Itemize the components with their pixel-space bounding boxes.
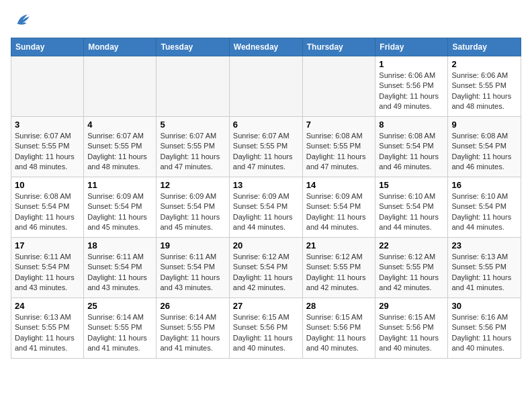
day-info: Sunrise: 6:14 AM Sunset: 5:55 PM Dayligh…	[160, 312, 225, 354]
calendar-cell: 28Sunrise: 6:15 AM Sunset: 5:56 PM Dayli…	[302, 298, 375, 359]
calendar-cell: 3Sunrise: 6:07 AM Sunset: 5:55 PM Daylig…	[11, 117, 84, 177]
day-info: Sunrise: 6:07 AM Sunset: 5:55 PM Dayligh…	[233, 131, 299, 173]
calendar-cell: 7Sunrise: 6:08 AM Sunset: 5:55 PM Daylig…	[302, 117, 375, 177]
day-info: Sunrise: 6:11 AM Sunset: 5:54 PM Dayligh…	[87, 252, 152, 293]
weekday-header: Tuesday	[157, 38, 229, 56]
weekday-header: Monday	[84, 38, 157, 56]
calendar-cell: 18Sunrise: 6:11 AM Sunset: 5:54 PM Dayli…	[84, 238, 157, 298]
day-number: 21	[306, 240, 372, 250]
calendar-cell: 11Sunrise: 6:09 AM Sunset: 5:54 PM Dayli…	[84, 177, 157, 238]
calendar-cell: 22Sunrise: 6:12 AM Sunset: 5:55 PM Dayli…	[375, 238, 448, 298]
day-number: 30	[451, 301, 517, 311]
calendar-cell	[157, 56, 229, 117]
day-number: 18	[87, 240, 152, 250]
day-info: Sunrise: 6:16 AM Sunset: 5:56 PM Dayligh…	[451, 312, 517, 354]
day-number: 12	[160, 180, 225, 190]
calendar-cell	[302, 56, 375, 117]
day-info: Sunrise: 6:11 AM Sunset: 5:54 PM Dayligh…	[15, 252, 80, 293]
day-info: Sunrise: 6:10 AM Sunset: 5:54 PM Dayligh…	[379, 191, 444, 233]
page-header	[11, 11, 521, 30]
day-number: 16	[451, 180, 517, 190]
day-info: Sunrise: 6:09 AM Sunset: 5:54 PM Dayligh…	[87, 191, 152, 233]
calendar-week: 3Sunrise: 6:07 AM Sunset: 5:55 PM Daylig…	[11, 117, 521, 177]
day-number: 28	[306, 301, 372, 311]
weekday-header: Thursday	[302, 38, 375, 56]
day-info: Sunrise: 6:15 AM Sunset: 5:56 PM Dayligh…	[233, 312, 299, 354]
calendar-week: 24Sunrise: 6:13 AM Sunset: 5:55 PM Dayli…	[11, 298, 521, 359]
calendar-cell: 6Sunrise: 6:07 AM Sunset: 5:55 PM Daylig…	[229, 117, 302, 177]
calendar-cell: 26Sunrise: 6:14 AM Sunset: 5:55 PM Dayli…	[157, 298, 229, 359]
calendar-cell: 8Sunrise: 6:08 AM Sunset: 5:54 PM Daylig…	[375, 117, 448, 177]
calendar-cell: 2Sunrise: 6:06 AM Sunset: 5:55 PM Daylig…	[448, 56, 521, 117]
day-info: Sunrise: 6:10 AM Sunset: 5:54 PM Dayligh…	[451, 191, 517, 233]
day-number: 5	[160, 120, 225, 130]
day-number: 4	[87, 120, 152, 130]
logo	[11, 11, 32, 30]
calendar-cell: 24Sunrise: 6:13 AM Sunset: 5:55 PM Dayli…	[11, 298, 84, 359]
day-info: Sunrise: 6:08 AM Sunset: 5:54 PM Dayligh…	[451, 131, 517, 173]
day-number: 11	[87, 180, 152, 190]
weekday-row: SundayMondayTuesdayWednesdayThursdayFrid…	[11, 38, 521, 56]
day-number: 29	[379, 301, 444, 311]
calendar-cell: 20Sunrise: 6:12 AM Sunset: 5:54 PM Dayli…	[229, 238, 302, 298]
day-number: 13	[233, 180, 299, 190]
day-number: 25	[87, 301, 152, 311]
day-number: 20	[233, 240, 299, 250]
day-info: Sunrise: 6:09 AM Sunset: 5:54 PM Dayligh…	[233, 191, 299, 233]
weekday-header: Wednesday	[229, 38, 302, 56]
day-info: Sunrise: 6:09 AM Sunset: 5:54 PM Dayligh…	[160, 191, 225, 233]
calendar-cell: 10Sunrise: 6:08 AM Sunset: 5:54 PM Dayli…	[11, 177, 84, 238]
day-info: Sunrise: 6:12 AM Sunset: 5:54 PM Dayligh…	[233, 252, 299, 293]
calendar-cell	[11, 56, 84, 117]
day-info: Sunrise: 6:15 AM Sunset: 5:56 PM Dayligh…	[306, 312, 372, 354]
day-info: Sunrise: 6:06 AM Sunset: 5:55 PM Dayligh…	[451, 71, 517, 112]
day-number: 22	[379, 240, 444, 250]
day-number: 7	[306, 120, 372, 130]
day-number: 26	[160, 301, 225, 311]
calendar-cell: 25Sunrise: 6:14 AM Sunset: 5:55 PM Dayli…	[84, 298, 157, 359]
day-number: 14	[306, 180, 372, 190]
day-number: 23	[451, 240, 517, 250]
day-number: 9	[451, 120, 517, 130]
calendar-table: SundayMondayTuesdayWednesdayThursdayFrid…	[11, 38, 521, 359]
day-info: Sunrise: 6:08 AM Sunset: 5:54 PM Dayligh…	[15, 191, 80, 233]
day-number: 10	[15, 180, 80, 190]
calendar-cell: 12Sunrise: 6:09 AM Sunset: 5:54 PM Dayli…	[157, 177, 229, 238]
calendar-cell: 14Sunrise: 6:09 AM Sunset: 5:54 PM Dayli…	[302, 177, 375, 238]
day-number: 6	[233, 120, 299, 130]
calendar-cell	[84, 56, 157, 117]
day-number: 24	[15, 301, 80, 311]
calendar-cell: 9Sunrise: 6:08 AM Sunset: 5:54 PM Daylig…	[448, 117, 521, 177]
calendar-cell: 1Sunrise: 6:06 AM Sunset: 5:56 PM Daylig…	[375, 56, 448, 117]
day-info: Sunrise: 6:13 AM Sunset: 5:55 PM Dayligh…	[451, 252, 517, 293]
day-info: Sunrise: 6:08 AM Sunset: 5:54 PM Dayligh…	[379, 131, 444, 173]
calendar-cell: 17Sunrise: 6:11 AM Sunset: 5:54 PM Dayli…	[11, 238, 84, 298]
calendar-week: 1Sunrise: 6:06 AM Sunset: 5:56 PM Daylig…	[11, 56, 521, 117]
weekday-header: Friday	[375, 38, 448, 56]
day-number: 3	[15, 120, 80, 130]
calendar-cell: 27Sunrise: 6:15 AM Sunset: 5:56 PM Dayli…	[229, 298, 302, 359]
day-info: Sunrise: 6:07 AM Sunset: 5:55 PM Dayligh…	[87, 131, 152, 173]
calendar-cell: 21Sunrise: 6:12 AM Sunset: 5:55 PM Dayli…	[302, 238, 375, 298]
calendar-body: 1Sunrise: 6:06 AM Sunset: 5:56 PM Daylig…	[11, 56, 521, 359]
calendar-cell: 4Sunrise: 6:07 AM Sunset: 5:55 PM Daylig…	[84, 117, 157, 177]
day-info: Sunrise: 6:14 AM Sunset: 5:55 PM Dayligh…	[87, 312, 152, 354]
day-number: 19	[160, 240, 225, 250]
day-number: 15	[379, 180, 444, 190]
day-info: Sunrise: 6:08 AM Sunset: 5:55 PM Dayligh…	[306, 131, 372, 173]
day-info: Sunrise: 6:11 AM Sunset: 5:54 PM Dayligh…	[160, 252, 225, 293]
weekday-header: Saturday	[448, 38, 521, 56]
calendar-cell: 13Sunrise: 6:09 AM Sunset: 5:54 PM Dayli…	[229, 177, 302, 238]
day-number: 2	[451, 59, 517, 69]
day-info: Sunrise: 6:12 AM Sunset: 5:55 PM Dayligh…	[379, 252, 444, 293]
day-info: Sunrise: 6:15 AM Sunset: 5:56 PM Dayligh…	[379, 312, 444, 354]
calendar-header: SundayMondayTuesdayWednesdayThursdayFrid…	[11, 38, 521, 56]
calendar-cell: 19Sunrise: 6:11 AM Sunset: 5:54 PM Dayli…	[157, 238, 229, 298]
calendar-cell: 15Sunrise: 6:10 AM Sunset: 5:54 PM Dayli…	[375, 177, 448, 238]
day-number: 8	[379, 120, 444, 130]
calendar-cell	[229, 56, 302, 117]
calendar-cell: 5Sunrise: 6:07 AM Sunset: 5:55 PM Daylig…	[157, 117, 229, 177]
day-info: Sunrise: 6:07 AM Sunset: 5:55 PM Dayligh…	[15, 131, 80, 173]
day-number: 1	[379, 59, 444, 69]
day-info: Sunrise: 6:12 AM Sunset: 5:55 PM Dayligh…	[306, 252, 372, 293]
